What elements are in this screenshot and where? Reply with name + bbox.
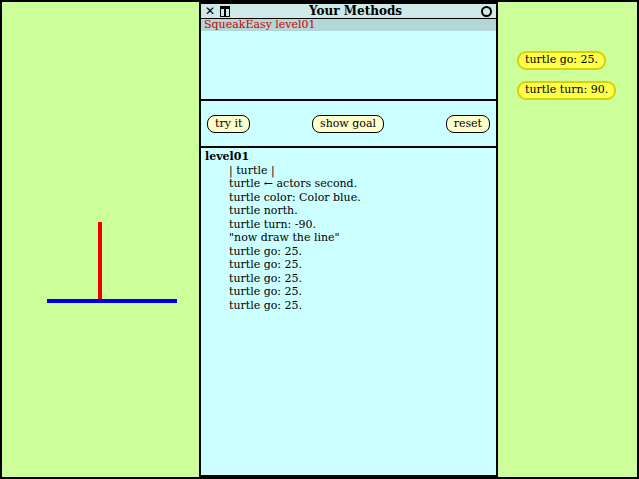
your-methods-window: ✕ Your Methods SqueakEasy level01 try it… [199, 2, 498, 477]
squeak-desktop: ✕ Your Methods SqueakEasy level01 try it… [0, 0, 639, 479]
code-line: turtle north. [205, 204, 492, 218]
code-editor[interactable]: level01 | turtle | turtle ← actors secon… [201, 148, 496, 475]
code-line: turtle color: Color blue. [205, 191, 492, 205]
show-goal-button[interactable]: show goal [312, 115, 384, 133]
toolbar: try it show goal reset [201, 101, 496, 146]
blue-pen-line [47, 299, 177, 303]
code-line: "now draw the line" [205, 231, 492, 245]
code-line: turtle go: 25. [205, 285, 492, 299]
code-line: | turtle | [205, 164, 492, 178]
method-list-item-selected[interactable]: SqueakEasy level01 [201, 19, 496, 31]
code-line: turtle turn: -90. [205, 218, 492, 232]
method-selector: level01 [205, 150, 492, 164]
method-list-empty-area[interactable] [201, 31, 496, 99]
code-line: turtle ← actors second. [205, 177, 492, 191]
code-line: turtle go: 25. [205, 258, 492, 272]
window-title: Your Methods [235, 5, 476, 18]
collapse-icon[interactable] [481, 6, 492, 17]
close-icon[interactable]: ✕ [205, 5, 215, 17]
window-menu-icon[interactable] [220, 6, 230, 17]
reset-button[interactable]: reset [446, 115, 490, 133]
tile-turtle-turn[interactable]: turtle turn: 90. [517, 81, 616, 100]
code-line: turtle go: 25. [205, 245, 492, 259]
try-it-button[interactable]: try it [207, 115, 250, 133]
code-line: turtle go: 25. [205, 272, 492, 286]
tile-turtle-go[interactable]: turtle go: 25. [517, 51, 606, 70]
window-titlebar[interactable]: ✕ Your Methods [201, 4, 496, 19]
code-line: turtle go: 25. [205, 299, 492, 313]
red-pen-line [98, 222, 102, 301]
